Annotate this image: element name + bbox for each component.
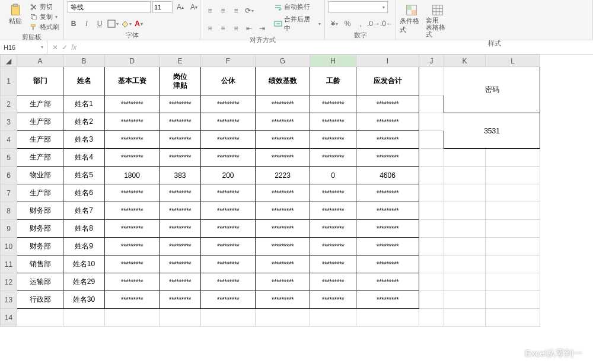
row-header[interactable]: 8 [1,202,17,220]
cell[interactable]: 姓名3 [63,131,105,149]
cell[interactable]: ********* [105,149,160,167]
cell[interactable]: ********* [201,238,256,256]
align-top-icon[interactable]: ≡ [204,5,216,17]
cell[interactable] [356,309,419,327]
cell[interactable]: ********* [105,202,160,220]
currency-icon[interactable]: ¥▾ [329,18,340,30]
cell[interactable] [444,273,486,291]
cell[interactable] [486,291,540,309]
col-header[interactable]: L [486,55,540,67]
cell[interactable] [419,309,444,327]
cell[interactable] [63,309,105,327]
cancel-icon[interactable]: ✕ [52,43,58,52]
grid[interactable]: ◢ A B D E F G H I J K L 1部门姓名基本工资岗位 津贴公休… [0,55,540,327]
merge-center-button[interactable]: 合并后居中▾ [274,15,321,33]
cell[interactable]: ********* [310,184,356,202]
row-header[interactable]: 3 [1,113,17,131]
fill-color-button[interactable]: ▾ [120,18,132,30]
cell[interactable]: 1800 [105,167,160,184]
cell[interactable] [444,220,486,238]
cell[interactable]: ********* [356,291,419,309]
cell[interactable]: ********* [105,256,160,273]
cell[interactable]: 运输部 [17,273,63,291]
cell[interactable]: ********* [356,238,419,256]
col-header[interactable]: B [63,55,105,67]
cell[interactable]: ********* [160,291,201,309]
cell[interactable]: ********* [160,238,201,256]
table-format-button[interactable]: 套用 表格格式 [426,1,449,38]
cell[interactable] [419,184,444,202]
cell[interactable] [486,149,540,167]
cell[interactable]: 姓名7 [63,202,105,220]
cell[interactable]: 生产部 [17,184,63,202]
cell[interactable] [444,149,486,167]
cell[interactable] [419,67,444,95]
font-size-select[interactable] [152,1,173,13]
cell[interactable] [419,95,444,113]
cell[interactable] [310,309,356,327]
increase-decimal-icon[interactable]: .0→ [368,18,380,30]
cell[interactable] [419,256,444,273]
number-format-select[interactable]: ▾ [329,1,388,13]
cell[interactable]: 基本工资 [105,67,160,95]
cell[interactable]: ********* [160,184,201,202]
cell[interactable]: ********* [256,238,310,256]
cell[interactable] [105,309,160,327]
cell[interactable]: 绩效基数 [256,67,310,95]
cell[interactable]: ********* [356,256,419,273]
cell[interactable] [444,291,486,309]
row-header[interactable]: 9 [1,220,17,238]
cell[interactable]: ********* [356,220,419,238]
cell[interactable]: 姓名2 [63,113,105,131]
cell[interactable] [419,202,444,220]
row-header[interactable]: 12 [1,273,17,291]
cell[interactable]: ********* [160,273,201,291]
bold-button[interactable]: B [68,18,79,30]
cell[interactable]: ********* [105,238,160,256]
cell[interactable]: ********* [201,256,256,273]
cell[interactable] [486,220,540,238]
cell[interactable] [444,309,486,327]
col-header[interactable]: F [201,55,256,67]
name-box[interactable]: H16▾ [0,40,47,54]
cell[interactable]: 姓名4 [63,149,105,167]
cell[interactable]: ********* [160,131,201,149]
cell[interactable]: ********* [310,95,356,113]
indent-increase-icon[interactable]: ⇥ [256,23,268,34]
wrap-text-button[interactable]: 自动换行 [274,2,321,11]
cell[interactable]: ********* [201,202,256,220]
row-header[interactable]: 13 [1,291,17,309]
cell[interactable] [444,256,486,273]
cell[interactable]: ********* [256,202,310,220]
font-color-button[interactable]: A▾ [133,18,145,30]
cell[interactable]: ********* [310,131,356,149]
cell[interactable]: ********* [201,131,256,149]
cell[interactable]: ********* [256,256,310,273]
cell[interactable]: ********* [201,220,256,238]
cell[interactable]: ********* [310,256,356,273]
cell[interactable]: 应发合计 [356,67,419,95]
cell[interactable]: 行政部 [17,291,63,309]
orientation-icon[interactable]: ⟳▾ [243,5,255,17]
cell[interactable]: ********* [256,184,310,202]
format-painter-button[interactable]: 格式刷 [30,23,59,31]
cell[interactable]: 财务部 [17,202,63,220]
cell[interactable]: ********* [105,95,160,113]
cell[interactable]: 部门 [17,67,63,95]
cell[interactable]: 4606 [356,167,419,184]
row-header[interactable]: 5 [1,149,17,167]
cell[interactable]: 383 [160,167,201,184]
cell[interactable]: 3531 [444,113,540,149]
row-header[interactable]: 10 [1,238,17,256]
row-header[interactable]: 7 [1,184,17,202]
cell[interactable]: ********* [105,131,160,149]
cell[interactable]: 200 [201,167,256,184]
cell[interactable]: 岗位 津贴 [160,67,201,95]
cell[interactable]: 姓名9 [63,238,105,256]
cell[interactable] [419,238,444,256]
cell[interactable]: 财务部 [17,220,63,238]
cell[interactable]: ********* [201,273,256,291]
cell[interactable]: ********* [105,184,160,202]
cell[interactable]: ********* [310,291,356,309]
cell[interactable]: ********* [310,220,356,238]
